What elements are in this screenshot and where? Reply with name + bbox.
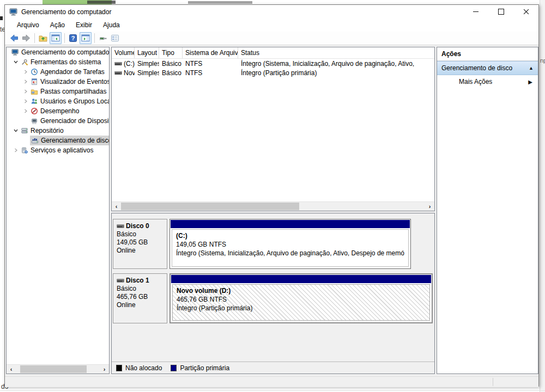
disk-type: Básico xyxy=(117,285,167,293)
tree-item-label: Ferramentas do sistema xyxy=(31,58,101,66)
storage-icon xyxy=(20,126,29,135)
collapse-arrow-icon[interactable]: ▲ xyxy=(529,65,534,71)
column-header-volume[interactable]: Volume xyxy=(112,47,135,58)
scrollbar-thumb[interactable] xyxy=(121,203,299,210)
primary-partition-bar xyxy=(171,220,410,228)
partition-size-fs: 465,76 GB NTFS xyxy=(177,295,426,304)
disk-1-label[interactable]: Disco 1 Básico 465,76 GB Online xyxy=(113,273,167,323)
scroll-left-arrow-icon[interactable]: ‹ xyxy=(112,202,121,211)
local-users-icon xyxy=(30,97,39,106)
primary-partition-bar xyxy=(171,275,431,283)
forward-icon xyxy=(22,34,31,42)
status-bar xyxy=(5,376,538,387)
disk-size: 465,76 GB xyxy=(117,293,167,301)
disk-0-volume-c[interactable]: (C:) 149,05 GB NTFS Íntegro (Sistema, In… xyxy=(169,219,411,269)
help-button[interactable]: ? xyxy=(68,33,78,44)
disk-management-icon xyxy=(31,136,39,145)
more-actions-label: Mais Ações xyxy=(459,78,492,85)
volume-layout: Simples xyxy=(135,69,159,77)
chevron-collapsed-icon[interactable] xyxy=(21,88,30,95)
scrollbar-thumb[interactable] xyxy=(20,365,87,373)
close-icon xyxy=(523,9,529,15)
up-one-level-button[interactable] xyxy=(38,33,49,44)
properties-button[interactable] xyxy=(110,33,120,44)
chevron-expanded-icon[interactable] xyxy=(11,58,20,66)
volume-row-d[interactable]: Nov... Simples Básico NTFS Íntegro (Part… xyxy=(112,68,434,77)
background-window-fragment xyxy=(87,1,116,4)
chevron-collapsed-icon[interactable] xyxy=(11,146,20,154)
minimize-button[interactable] xyxy=(463,5,488,19)
tree-item-event-viewer[interactable]: Visualizador de Eventos xyxy=(7,77,109,87)
volume-layout: Simples xyxy=(135,60,159,68)
menu-arquivo[interactable]: Arquivo xyxy=(11,20,45,30)
toolbar-separator xyxy=(94,33,95,43)
menu-exibir[interactable]: Exibir xyxy=(70,20,98,30)
more-actions-item[interactable]: Mais Ações ▶ xyxy=(437,75,538,88)
chevron-collapsed-icon[interactable] xyxy=(21,68,30,76)
title-bar[interactable]: Gerenciamento do computador xyxy=(5,5,538,19)
tree-item-label: Repositório xyxy=(31,127,64,134)
tree-item-device-manager[interactable]: Gerenciador de Disposit xyxy=(7,116,109,126)
device-manager-icon xyxy=(30,117,39,125)
help-icon: ? xyxy=(69,34,77,42)
tree-item-services-applications[interactable]: Serviços e aplicativos xyxy=(7,145,109,155)
chevron-expanded-icon[interactable] xyxy=(11,127,20,134)
menu-ajuda[interactable]: Ajuda xyxy=(98,20,125,30)
chevron-collapsed-icon[interactable] xyxy=(21,97,30,105)
volume-type: Básico xyxy=(159,60,183,68)
scroll-right-arrow-icon[interactable]: › xyxy=(425,202,434,211)
volume-list-pane: Volume Layout Tipo Sistema de Arquivos S… xyxy=(111,47,435,211)
tree-item-computer-management[interactable]: Gerenciamento do computador xyxy=(7,47,109,57)
show-action-pane-button[interactable] xyxy=(80,32,92,44)
menu-acao[interactable]: Ação xyxy=(45,20,70,30)
background-window-fragment xyxy=(188,1,252,4)
unallocated-swatch xyxy=(116,365,122,371)
tree-item-storage[interactable]: Repositório xyxy=(7,126,109,136)
tree-item-disk-management[interactable]: Gerenciamento de disco xyxy=(7,136,109,145)
column-header-tipo[interactable]: Tipo xyxy=(159,47,183,58)
tree-item-shared-folders[interactable]: Pastas compartilhadas xyxy=(7,87,109,96)
legend-label: Partição primária xyxy=(180,364,229,372)
close-button[interactable] xyxy=(513,5,538,19)
actions-group-disk-management[interactable]: Gerenciamento de disco ▲ xyxy=(437,61,538,75)
forward-button[interactable] xyxy=(21,33,32,44)
volume-icon xyxy=(114,61,122,66)
disk-1-volume-d[interactable]: Novo volume (D:) 465,76 GB NTFS Íntegro … xyxy=(169,273,433,323)
primary-partition-swatch xyxy=(171,365,177,371)
tree-item-label: Visualizador de Eventos xyxy=(40,78,109,85)
chevron-collapsed-icon[interactable] xyxy=(21,107,30,115)
tree-item-task-scheduler[interactable]: Agendador de Tarefas xyxy=(7,67,109,77)
scroll-left-arrow-icon[interactable]: ‹ xyxy=(7,365,16,373)
volume-status: Íntegro (Sistema, Inicialização, Arquivo… xyxy=(238,60,434,68)
back-icon xyxy=(10,34,19,42)
disk-0-label[interactable]: Disco 0 Básico 149,05 GB Online xyxy=(113,219,167,269)
disk-graphical-pane: Disco 0 Básico 149,05 GB Online (C:) 149… xyxy=(111,213,435,374)
show-console-tree-button[interactable] xyxy=(50,32,62,44)
column-header-layout[interactable]: Layout xyxy=(135,47,159,58)
disk-size: 149,05 GB xyxy=(117,238,167,247)
scrollbar-track[interactable] xyxy=(16,365,100,373)
column-header-status[interactable]: Status xyxy=(238,47,434,58)
toolbar: ? xyxy=(5,32,538,45)
chevron-collapsed-icon[interactable] xyxy=(21,78,30,85)
tree-item-performance[interactable]: Desempenho xyxy=(7,106,109,116)
partition-status: Íntegro (Partição primária) xyxy=(177,304,426,313)
tree-horizontal-scrollbar[interactable]: ‹ › xyxy=(7,364,109,373)
column-header-filesystem[interactable]: Sistema de Arquivos xyxy=(183,47,238,58)
volume-list-horizontal-scrollbar[interactable]: ‹ › xyxy=(112,201,434,211)
tool-button[interactable] xyxy=(98,33,108,44)
task-scheduler-icon xyxy=(30,68,39,76)
back-button[interactable] xyxy=(9,33,20,44)
svg-text:?: ? xyxy=(71,35,75,41)
tree-item-label: Pastas compartilhadas xyxy=(40,88,106,95)
actions-group-label: Gerenciamento de disco xyxy=(441,64,512,72)
tree-item-system-tools[interactable]: Ferramentas do sistema xyxy=(7,57,109,67)
tree-item-local-users-groups[interactable]: Usuários e Grupos Loca xyxy=(7,96,109,106)
screwdriver-icon xyxy=(99,34,107,42)
scroll-right-arrow-icon[interactable]: › xyxy=(100,365,109,373)
scrollbar-track[interactable] xyxy=(121,202,425,211)
maximize-button[interactable] xyxy=(488,5,513,19)
disk-name: Disco 0 xyxy=(126,222,149,230)
folder-up-icon xyxy=(39,34,47,42)
volume-row-c[interactable]: (C:) Simples Básico NTFS Íntegro (Sistem… xyxy=(112,59,434,68)
